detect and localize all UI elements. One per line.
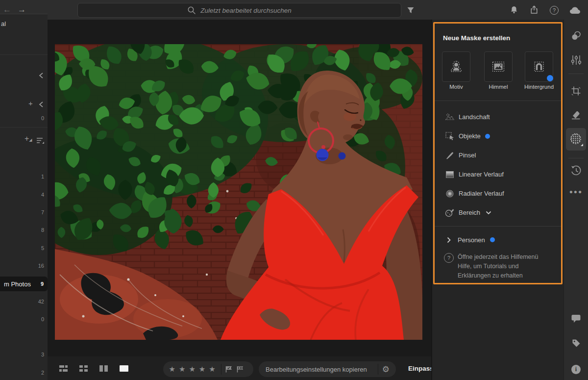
section-count: 0 (41, 115, 44, 121)
settings-gear-icon[interactable]: ⚙ (382, 364, 396, 375)
mask-tool-landscape[interactable]: Landschaft (435, 107, 561, 127)
mask-tool-label: Landschaft (459, 113, 490, 121)
view-compare-icon[interactable] (99, 365, 108, 372)
album-count: 5 (41, 245, 44, 251)
mask-tool-objects[interactable]: Objekte (435, 127, 561, 146)
edit-canvas[interactable] (48, 20, 431, 356)
flag-pick-icon[interactable] (225, 366, 233, 373)
top-bar: ← → Zuletzt bearbeitet durchsuchen ? (0, 0, 588, 20)
cloud-sync-icon[interactable] (569, 6, 582, 15)
healing-button[interactable] (564, 110, 588, 120)
info-button[interactable]: i (564, 365, 588, 374)
mask-sky-button[interactable] (484, 51, 513, 82)
mask-tool-label: Pinsel (459, 152, 476, 159)
search-placeholder: Zuletzt bearbeitet durchsuchen (200, 7, 291, 14)
info-icon: i (571, 365, 581, 374)
healing-eraser-icon (571, 110, 581, 120)
radial-gradient-icon (445, 189, 455, 198)
collapse-chevron-icon[interactable] (39, 72, 44, 79)
selected-album-row[interactable]: m Photos 9 (0, 277, 48, 291)
copy-settings-button[interactable]: Bearbeitungseinstellungen kopieren (259, 366, 374, 373)
mask-tool-brush[interactable]: Pinsel (435, 146, 561, 165)
album-count: 7 (41, 209, 44, 215)
photo-woman-red-dress (55, 44, 422, 340)
flag-reject-icon[interactable] (237, 366, 244, 373)
divider (435, 226, 561, 227)
sort-icon[interactable] (36, 137, 45, 144)
add-album-icon[interactable]: +◢ (24, 134, 32, 143)
mask-tool-linear-gradient[interactable]: Linearer Verlauf (435, 165, 561, 184)
rating-flag-pill: ★ ★ ★ ★ ★ (163, 361, 253, 377)
filter-icon[interactable] (407, 6, 415, 14)
new-feature-badge (485, 134, 490, 139)
masking-button-selected[interactable] (566, 128, 586, 151)
presets-icon (571, 31, 582, 41)
masking-icon (569, 132, 584, 147)
keywords-button[interactable] (564, 338, 588, 348)
search-input[interactable]: Zuletzt bearbeitet durchsuchen (77, 3, 401, 18)
people-section-row[interactable]: Personen (435, 231, 561, 248)
album-count: 3 (41, 352, 44, 357)
help-icon[interactable]: ? (550, 6, 559, 15)
mask-button-label: Hintergrund (519, 84, 559, 90)
search-icon (187, 6, 196, 15)
presets-button[interactable] (564, 31, 588, 41)
star-rating-icon[interactable]: ★ (179, 362, 185, 377)
mask-tool-label: Bereich (459, 209, 480, 216)
album-count: 8 (41, 227, 44, 233)
help-line: Öffne jederzeit das Hilfemenü (458, 253, 556, 262)
album-count: 1 (41, 174, 44, 179)
album-count: 0 (41, 316, 44, 322)
mask-tool-label: Objekte (459, 132, 481, 140)
mask-tool-label: Linearer Verlauf (459, 171, 504, 178)
add-icon[interactable]: + (28, 99, 33, 107)
collapse-chevron-icon[interactable] (39, 101, 44, 108)
album-count: 4 (41, 192, 44, 198)
help-line: Hilfe, um Tutorials und (458, 262, 556, 271)
tool-rail: ●●● i (564, 20, 588, 380)
mask-tool-radial-gradient[interactable]: Radialer Verlauf (435, 184, 561, 203)
left-sidebar: al + 0 +◢ 1 4 7 8 5 16 m Photos 9 42 0 3… (0, 14, 48, 380)
lightroom-window: ← → Zuletzt bearbeitet durchsuchen ? al (0, 0, 588, 380)
crop-button[interactable] (564, 86, 588, 96)
album-count: 9 (41, 281, 44, 287)
color-range-icon (445, 208, 455, 217)
chevron-right-icon (447, 237, 451, 243)
mask-tool-range[interactable]: Bereich (435, 203, 561, 222)
star-rating-icon[interactable]: ★ (169, 362, 175, 377)
view-mosaic-icon[interactable] (59, 365, 68, 372)
bottom-toolbar: ★ ★ ★ ★ ★ Bearbeitungseinstellungen kopi… (48, 356, 431, 380)
notifications-bell-icon[interactable] (510, 5, 518, 14)
view-detail-icon[interactable] (120, 365, 128, 372)
album-label: m Photos (4, 280, 41, 288)
zoom-fit-label[interactable]: Einpassen (408, 356, 431, 380)
album-count: 42 (38, 299, 44, 304)
tag-icon (571, 338, 581, 348)
new-feature-badge (490, 237, 495, 242)
sky-icon (490, 60, 506, 74)
mask-tool-label: Radialer Verlauf (459, 190, 504, 197)
history-button[interactable] (564, 165, 588, 176)
brush-icon (445, 151, 455, 160)
mask-subject-button[interactable] (442, 51, 470, 82)
divider (435, 101, 561, 101)
chevron-down-icon (486, 211, 491, 215)
edit-sliders-button[interactable] (564, 55, 588, 65)
star-rating-icon[interactable]: ★ (209, 362, 215, 377)
album-count: 16 (38, 263, 44, 269)
share-icon[interactable] (530, 5, 539, 14)
comment-bubble-icon (571, 314, 581, 323)
sidebar-truncated-label: al (1, 20, 6, 27)
mask-tools-list: Landschaft Objekte (435, 107, 561, 222)
star-rating-icon[interactable]: ★ (189, 362, 195, 377)
linear-gradient-icon (445, 171, 455, 178)
star-rating-icon[interactable]: ★ (199, 362, 205, 377)
divider (0, 54, 48, 55)
subject-icon (449, 60, 464, 74)
more-options-button[interactable]: ●●● (564, 188, 588, 195)
help-circle-icon: ? (444, 253, 454, 263)
view-grid-icon[interactable] (79, 365, 88, 372)
divider (568, 74, 584, 74)
divider (0, 127, 48, 127)
comments-button[interactable] (564, 314, 588, 323)
